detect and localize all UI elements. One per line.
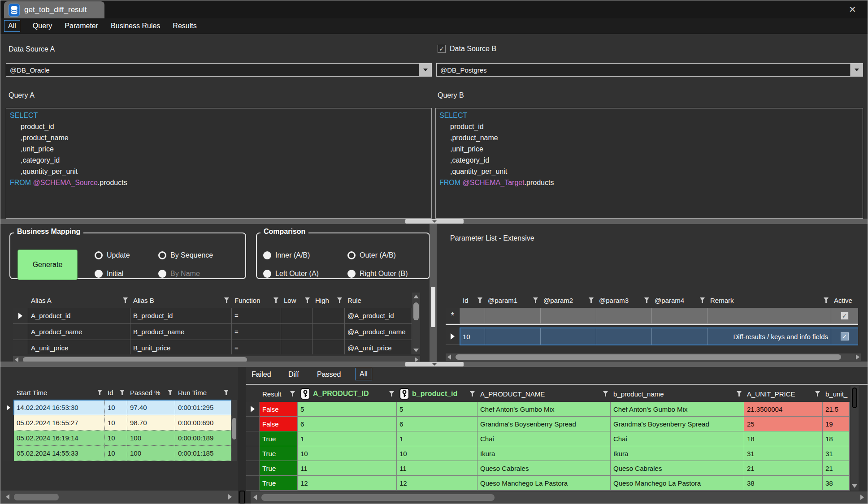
cell-param3[interactable]	[596, 308, 652, 324]
col-header-result[interactable]: Result	[260, 386, 298, 402]
menu-item-query[interactable]: Query	[33, 22, 52, 30]
cell-a-id[interactable]: 10	[298, 446, 397, 461]
filter-icon[interactable]	[224, 390, 229, 395]
col-header-passed-pct[interactable]: Passed %	[127, 385, 175, 400]
cell-id[interactable]: 10	[105, 431, 127, 446]
cell-b-name[interactable]: Grandma's Boysenberry Spread	[611, 417, 744, 431]
filter-icon[interactable]	[168, 390, 173, 395]
radio-inner[interactable]: Inner (A/B)	[263, 251, 310, 259]
splitter-grip[interactable]	[431, 287, 435, 327]
splitter-grip[interactable]	[405, 219, 464, 224]
cell-a-name[interactable]: Queso Manchego La Pastora	[477, 476, 611, 491]
scroll-right-icon[interactable]	[860, 495, 864, 500]
cell-b-id[interactable]: 1	[397, 431, 477, 446]
cell-alias-a[interactable]: A_product_id	[28, 308, 130, 324]
row-selector[interactable]	[246, 417, 260, 431]
row-selector[interactable]	[446, 328, 460, 345]
filter-icon[interactable]	[224, 297, 229, 303]
cell-param4[interactable]	[652, 328, 707, 345]
cell-param1[interactable]	[485, 308, 541, 324]
cell-passed-pct[interactable]: 98.70	[127, 415, 175, 431]
tab-failed[interactable]: Failed	[252, 370, 271, 379]
filter-icon[interactable]	[815, 391, 820, 396]
cell-a-price[interactable]: 38	[744, 476, 823, 491]
cell-start-time[interactable]: 05.02.2024 16:19:14	[14, 431, 105, 446]
results-row[interactable]: True 11 11 Queso Cabrales Queso Cabrales…	[246, 461, 850, 476]
cell-passed-pct[interactable]: 97.40	[127, 400, 175, 415]
results-vertical-scrollbar[interactable]	[851, 386, 859, 491]
radio-by-sequence[interactable]: By Sequence	[158, 251, 213, 259]
cell-param2[interactable]	[541, 308, 596, 324]
tab-passed[interactable]: Passed	[317, 370, 341, 379]
col-header-high[interactable]: High	[312, 293, 345, 308]
cell-active[interactable]: ✓	[831, 308, 858, 324]
results-row[interactable]: False 5 5 Chef Anton's Gumbo Mix Chef An…	[246, 402, 850, 417]
window-tab[interactable]: get_tob_diff_result	[4, 1, 104, 18]
data-source-a-dropdown-button[interactable]	[419, 64, 431, 76]
menu-item-results[interactable]: Results	[173, 22, 196, 30]
scroll-up-icon[interactable]	[413, 295, 419, 298]
scrollbar-thumb[interactable]	[456, 354, 841, 360]
cell-b-id[interactable]: 12	[397, 476, 477, 491]
cell-b-id[interactable]: 10	[397, 446, 477, 461]
scrollbar-thumb[interactable]	[14, 494, 59, 500]
data-source-b-checkbox[interactable]: ✓	[438, 45, 446, 53]
col-header-run-time[interactable]: Run Time	[175, 385, 231, 400]
cell-high[interactable]	[312, 324, 345, 340]
filter-icon[interactable]	[589, 297, 594, 303]
col-header-remark[interactable]: Remark	[707, 293, 831, 308]
cell-low[interactable]	[281, 308, 312, 324]
filter-icon[interactable]	[337, 297, 342, 303]
cell-b-price[interactable]: 21.5	[823, 402, 850, 417]
cell-a-id[interactable]: 6	[298, 417, 397, 431]
cell-low[interactable]	[281, 324, 312, 340]
filter-icon[interactable]	[737, 391, 742, 396]
data-source-b-select[interactable]: @DB_Postgres	[436, 63, 863, 77]
scroll-right-icon[interactable]	[856, 354, 859, 360]
row-selector[interactable]	[3, 446, 14, 461]
col-header-a-product-name[interactable]: A_PRODUCT_NAME	[477, 386, 611, 402]
cell-a-name[interactable]: Chai	[477, 431, 611, 446]
horizontal-splitter[interactable]	[0, 362, 868, 367]
cell-a-id[interactable]: 1	[298, 431, 397, 446]
scroll-left-icon[interactable]	[253, 495, 257, 500]
cell-a-name[interactable]: Ikura	[477, 446, 611, 461]
col-header-alias-b[interactable]: Alias B	[130, 293, 232, 308]
cell-rule[interactable]: @A_product_name	[345, 324, 412, 340]
cell-run-time[interactable]: 0:00:00:189	[175, 431, 231, 446]
history-horizontal-scrollbar[interactable]	[0, 491, 238, 504]
cell-function[interactable]: =	[232, 308, 281, 324]
cell-result[interactable]: True	[260, 476, 298, 491]
scroll-right-icon[interactable]	[228, 494, 232, 500]
scrollbar-thumb[interactable]	[232, 418, 236, 439]
filter-icon[interactable]	[290, 391, 295, 396]
scrollbar-thumb[interactable]	[852, 388, 857, 408]
radio-outer[interactable]: Outer (A/B)	[347, 251, 396, 259]
cell-a-price[interactable]: 21.3500004	[744, 402, 823, 417]
scrollbar-thumb[interactable]	[413, 302, 419, 320]
cell-result[interactable]: True	[260, 461, 298, 476]
tab-all[interactable]: All	[355, 368, 372, 380]
cell-id[interactable]: 10	[105, 446, 127, 461]
cell-b-id[interactable]: 5	[397, 402, 477, 417]
table-row[interactable]: A_product_id B_product_id = @A_product_i…	[13, 308, 412, 324]
cell-param4[interactable]	[652, 308, 707, 324]
cell-alias-b[interactable]: B_product_id	[130, 308, 232, 324]
cell-a-id[interactable]: 11	[298, 461, 397, 476]
cell-a-price[interactable]: 18	[744, 431, 823, 446]
cell-passed-pct[interactable]: 100	[127, 431, 175, 446]
row-selector[interactable]	[246, 461, 260, 476]
cell-run-time[interactable]: 0:00:00:690	[175, 415, 231, 431]
filter-icon[interactable]	[644, 297, 649, 303]
col-header-rule[interactable]: Rule	[345, 293, 412, 308]
cell-run-time[interactable]: 0:00:01:185	[175, 446, 231, 461]
col-header-param3[interactable]: @param3	[596, 293, 652, 308]
scroll-down-icon[interactable]	[413, 349, 419, 352]
cell-remark[interactable]	[707, 308, 831, 324]
radio-right-outer[interactable]: Right Outer (B)	[347, 270, 408, 278]
cell-active[interactable]: ✓	[831, 328, 858, 345]
radio-left-outer[interactable]: Left Outer (A)	[263, 270, 319, 278]
cell-a-price[interactable]: 31	[744, 446, 823, 461]
scrollbar-thumb[interactable]	[261, 494, 495, 501]
filter-icon[interactable]	[273, 297, 278, 303]
